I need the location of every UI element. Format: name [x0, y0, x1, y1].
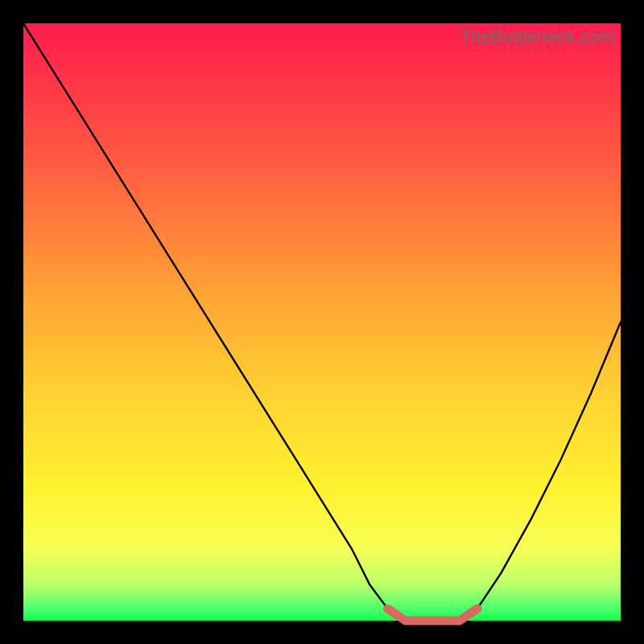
chart-frame: TheBottleneck.com [0, 0, 644, 644]
bottleneck-curve-path [23, 23, 621, 621]
plot-area: TheBottleneck.com [23, 23, 621, 621]
chart-svg [23, 23, 621, 621]
optimal-range-path [388, 609, 477, 621]
